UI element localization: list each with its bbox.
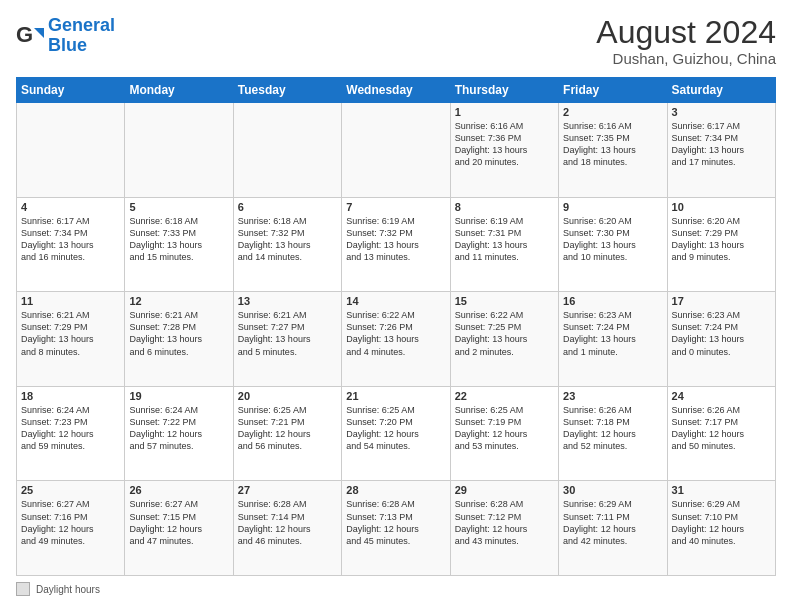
- cell-day-number: 8: [455, 201, 554, 213]
- calendar-cell: 8Sunrise: 6:19 AM Sunset: 7:31 PM Daylig…: [450, 197, 558, 292]
- footer-box: [16, 582, 30, 596]
- calendar-cell: 6Sunrise: 6:18 AM Sunset: 7:32 PM Daylig…: [233, 197, 341, 292]
- cell-day-number: 19: [129, 390, 228, 402]
- cell-info: Sunrise: 6:22 AM Sunset: 7:26 PM Dayligh…: [346, 309, 445, 358]
- calendar-cell: 16Sunrise: 6:23 AM Sunset: 7:24 PM Dayli…: [559, 292, 667, 387]
- logo-text: GeneralBlue: [48, 16, 115, 56]
- calendar-week-5: 25Sunrise: 6:27 AM Sunset: 7:16 PM Dayli…: [17, 481, 776, 576]
- cell-info: Sunrise: 6:29 AM Sunset: 7:11 PM Dayligh…: [563, 498, 662, 547]
- cell-day-number: 21: [346, 390, 445, 402]
- cell-day-number: 29: [455, 484, 554, 496]
- calendar-cell: 13Sunrise: 6:21 AM Sunset: 7:27 PM Dayli…: [233, 292, 341, 387]
- calendar-cell: 17Sunrise: 6:23 AM Sunset: 7:24 PM Dayli…: [667, 292, 775, 387]
- subtitle: Dushan, Guizhou, China: [596, 50, 776, 67]
- cell-info: Sunrise: 6:27 AM Sunset: 7:16 PM Dayligh…: [21, 498, 120, 547]
- cell-info: Sunrise: 6:22 AM Sunset: 7:25 PM Dayligh…: [455, 309, 554, 358]
- calendar-header-wednesday: Wednesday: [342, 78, 450, 103]
- cell-day-number: 6: [238, 201, 337, 213]
- calendar-header-thursday: Thursday: [450, 78, 558, 103]
- calendar-cell: 20Sunrise: 6:25 AM Sunset: 7:21 PM Dayli…: [233, 386, 341, 481]
- cell-day-number: 30: [563, 484, 662, 496]
- calendar-cell: [125, 103, 233, 198]
- cell-day-number: 3: [672, 106, 771, 118]
- calendar-cell: 21Sunrise: 6:25 AM Sunset: 7:20 PM Dayli…: [342, 386, 450, 481]
- calendar-cell: 10Sunrise: 6:20 AM Sunset: 7:29 PM Dayli…: [667, 197, 775, 292]
- calendar-cell: 18Sunrise: 6:24 AM Sunset: 7:23 PM Dayli…: [17, 386, 125, 481]
- calendar-week-3: 11Sunrise: 6:21 AM Sunset: 7:29 PM Dayli…: [17, 292, 776, 387]
- cell-info: Sunrise: 6:24 AM Sunset: 7:22 PM Dayligh…: [129, 404, 228, 453]
- cell-info: Sunrise: 6:21 AM Sunset: 7:28 PM Dayligh…: [129, 309, 228, 358]
- cell-day-number: 7: [346, 201, 445, 213]
- calendar-cell: 30Sunrise: 6:29 AM Sunset: 7:11 PM Dayli…: [559, 481, 667, 576]
- footer: Daylight hours: [16, 582, 776, 596]
- cell-info: Sunrise: 6:20 AM Sunset: 7:30 PM Dayligh…: [563, 215, 662, 264]
- calendar-header-saturday: Saturday: [667, 78, 775, 103]
- calendar-cell: 12Sunrise: 6:21 AM Sunset: 7:28 PM Dayli…: [125, 292, 233, 387]
- cell-info: Sunrise: 6:23 AM Sunset: 7:24 PM Dayligh…: [672, 309, 771, 358]
- svg-text:G: G: [16, 22, 33, 47]
- cell-day-number: 1: [455, 106, 554, 118]
- calendar-cell: [233, 103, 341, 198]
- cell-info: Sunrise: 6:21 AM Sunset: 7:29 PM Dayligh…: [21, 309, 120, 358]
- cell-day-number: 12: [129, 295, 228, 307]
- page: G GeneralBlue August 2024 Dushan, Guizho…: [0, 0, 792, 612]
- cell-info: Sunrise: 6:25 AM Sunset: 7:20 PM Dayligh…: [346, 404, 445, 453]
- calendar-header-tuesday: Tuesday: [233, 78, 341, 103]
- calendar-cell: 5Sunrise: 6:18 AM Sunset: 7:33 PM Daylig…: [125, 197, 233, 292]
- header: G GeneralBlue August 2024 Dushan, Guizho…: [16, 16, 776, 67]
- cell-info: Sunrise: 6:18 AM Sunset: 7:33 PM Dayligh…: [129, 215, 228, 264]
- calendar-week-4: 18Sunrise: 6:24 AM Sunset: 7:23 PM Dayli…: [17, 386, 776, 481]
- calendar-cell: 3Sunrise: 6:17 AM Sunset: 7:34 PM Daylig…: [667, 103, 775, 198]
- calendar-cell: 4Sunrise: 6:17 AM Sunset: 7:34 PM Daylig…: [17, 197, 125, 292]
- calendar-cell: 27Sunrise: 6:28 AM Sunset: 7:14 PM Dayli…: [233, 481, 341, 576]
- cell-info: Sunrise: 6:19 AM Sunset: 7:32 PM Dayligh…: [346, 215, 445, 264]
- calendar-cell: 7Sunrise: 6:19 AM Sunset: 7:32 PM Daylig…: [342, 197, 450, 292]
- cell-day-number: 2: [563, 106, 662, 118]
- cell-info: Sunrise: 6:28 AM Sunset: 7:14 PM Dayligh…: [238, 498, 337, 547]
- cell-info: Sunrise: 6:20 AM Sunset: 7:29 PM Dayligh…: [672, 215, 771, 264]
- cell-day-number: 20: [238, 390, 337, 402]
- calendar-header-sunday: Sunday: [17, 78, 125, 103]
- cell-day-number: 4: [21, 201, 120, 213]
- cell-info: Sunrise: 6:18 AM Sunset: 7:32 PM Dayligh…: [238, 215, 337, 264]
- cell-day-number: 23: [563, 390, 662, 402]
- calendar-cell: 22Sunrise: 6:25 AM Sunset: 7:19 PM Dayli…: [450, 386, 558, 481]
- calendar-header-row: SundayMondayTuesdayWednesdayThursdayFrid…: [17, 78, 776, 103]
- calendar-header-monday: Monday: [125, 78, 233, 103]
- cell-info: Sunrise: 6:28 AM Sunset: 7:13 PM Dayligh…: [346, 498, 445, 547]
- cell-day-number: 13: [238, 295, 337, 307]
- main-title: August 2024: [596, 16, 776, 48]
- cell-day-number: 14: [346, 295, 445, 307]
- calendar-cell: [17, 103, 125, 198]
- calendar-week-1: 1Sunrise: 6:16 AM Sunset: 7:36 PM Daylig…: [17, 103, 776, 198]
- cell-info: Sunrise: 6:28 AM Sunset: 7:12 PM Dayligh…: [455, 498, 554, 547]
- cell-info: Sunrise: 6:24 AM Sunset: 7:23 PM Dayligh…: [21, 404, 120, 453]
- calendar-cell: 1Sunrise: 6:16 AM Sunset: 7:36 PM Daylig…: [450, 103, 558, 198]
- logo-icon: G: [16, 22, 44, 50]
- cell-day-number: 27: [238, 484, 337, 496]
- calendar-cell: 24Sunrise: 6:26 AM Sunset: 7:17 PM Dayli…: [667, 386, 775, 481]
- cell-day-number: 15: [455, 295, 554, 307]
- cell-day-number: 22: [455, 390, 554, 402]
- cell-day-number: 18: [21, 390, 120, 402]
- calendar-cell: 28Sunrise: 6:28 AM Sunset: 7:13 PM Dayli…: [342, 481, 450, 576]
- cell-day-number: 24: [672, 390, 771, 402]
- cell-day-number: 26: [129, 484, 228, 496]
- logo: G GeneralBlue: [16, 16, 115, 56]
- cell-day-number: 16: [563, 295, 662, 307]
- calendar-cell: 11Sunrise: 6:21 AM Sunset: 7:29 PM Dayli…: [17, 292, 125, 387]
- cell-day-number: 25: [21, 484, 120, 496]
- calendar-cell: 23Sunrise: 6:26 AM Sunset: 7:18 PM Dayli…: [559, 386, 667, 481]
- cell-info: Sunrise: 6:16 AM Sunset: 7:36 PM Dayligh…: [455, 120, 554, 169]
- cell-info: Sunrise: 6:27 AM Sunset: 7:15 PM Dayligh…: [129, 498, 228, 547]
- cell-info: Sunrise: 6:26 AM Sunset: 7:17 PM Dayligh…: [672, 404, 771, 453]
- cell-day-number: 17: [672, 295, 771, 307]
- cell-info: Sunrise: 6:29 AM Sunset: 7:10 PM Dayligh…: [672, 498, 771, 547]
- cell-day-number: 5: [129, 201, 228, 213]
- cell-info: Sunrise: 6:19 AM Sunset: 7:31 PM Dayligh…: [455, 215, 554, 264]
- cell-info: Sunrise: 6:25 AM Sunset: 7:19 PM Dayligh…: [455, 404, 554, 453]
- cell-info: Sunrise: 6:25 AM Sunset: 7:21 PM Dayligh…: [238, 404, 337, 453]
- cell-info: Sunrise: 6:21 AM Sunset: 7:27 PM Dayligh…: [238, 309, 337, 358]
- cell-day-number: 31: [672, 484, 771, 496]
- cell-info: Sunrise: 6:17 AM Sunset: 7:34 PM Dayligh…: [21, 215, 120, 264]
